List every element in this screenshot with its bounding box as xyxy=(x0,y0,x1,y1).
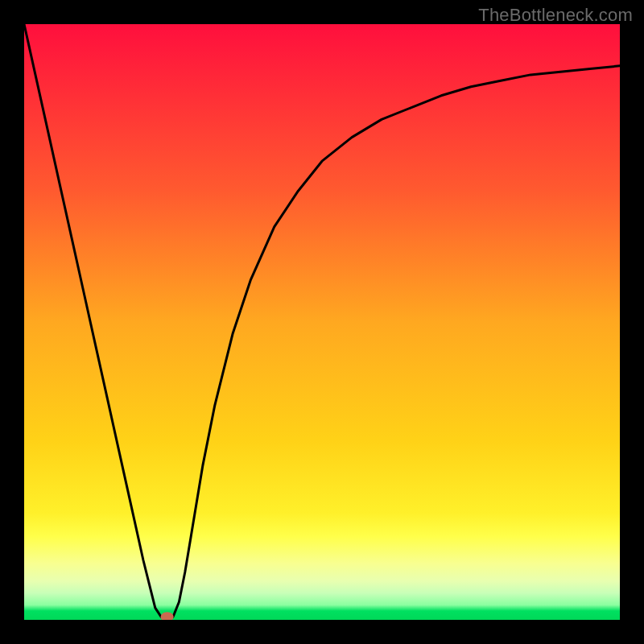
watermark-text: TheBottleneck.com xyxy=(478,5,633,26)
gradient-background xyxy=(24,24,620,620)
chart-frame: TheBottleneck.com xyxy=(0,0,644,644)
plot-area xyxy=(24,24,620,620)
plot-svg xyxy=(24,24,620,620)
